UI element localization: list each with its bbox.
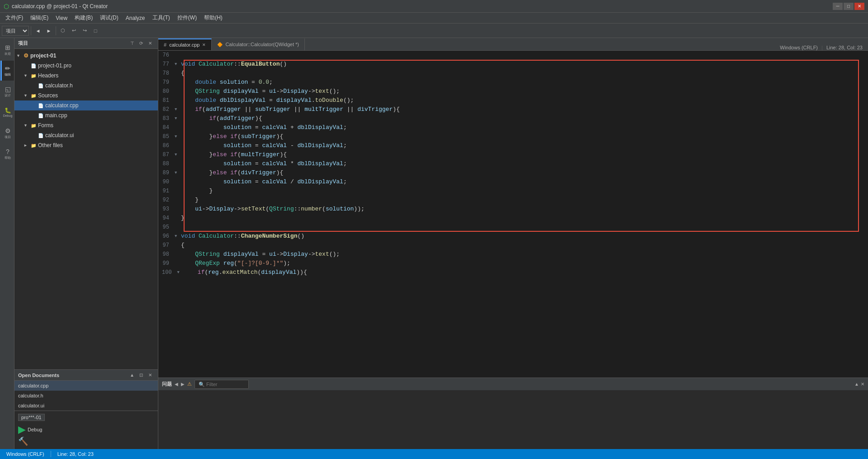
tab-close-1[interactable]: ✕: [202, 43, 206, 47]
sidebar-item-edit[interactable]: ✏ 编辑: [0, 61, 14, 81]
panel-header: 项目 ⊤ ⟳ ✕: [14, 38, 158, 49]
panel-sync-btn[interactable]: ⟳: [137, 39, 145, 48]
code-line-76[interactable]: 76: [158, 51, 868, 60]
menu-item-tools[interactable]: 工具(T): [149, 13, 174, 23]
open-docs-split-btn[interactable]: ⊡: [137, 371, 145, 379]
menu-item-view[interactable]: View: [52, 14, 71, 22]
tree-item-project01pro[interactable]: 📄 project-01.pro: [14, 61, 158, 71]
tree-item-calculator-cpp[interactable]: 📄 calculator.cpp: [14, 100, 158, 110]
tree-item-main-cpp[interactable]: 📄 main.cpp: [14, 110, 158, 120]
code-line-83[interactable]: 83 ▼ if(addTrigger){: [158, 114, 868, 123]
line-content-90: solution = calcVal / dblDisplayVal;: [181, 177, 347, 186]
close-button[interactable]: ✕: [854, 3, 864, 10]
app-icon: ⬡: [4, 3, 9, 10]
code-editor[interactable]: 76 77 ▼ void Calculator::EqualButton() 7…: [158, 51, 868, 378]
code-line-81[interactable]: 81 double dblDisplayVal = displayVal.toD…: [158, 96, 868, 105]
tree-item-sources[interactable]: ▼ 📁 Sources: [14, 91, 158, 100]
project-selector[interactable]: 项目: [2, 26, 29, 36]
fold-89[interactable]: ▼: [175, 168, 181, 177]
line-num-98: 98: [158, 250, 175, 259]
minimize-button[interactable]: ─: [833, 3, 843, 10]
panel-close-btn[interactable]: ✕: [146, 39, 154, 48]
menu-item-controls[interactable]: 控件(W): [174, 13, 200, 23]
code-line-85[interactable]: 85 ▼ }else if(subTrigger){: [158, 132, 868, 141]
code-line-79[interactable]: 79 double solution = 0.0;: [158, 78, 868, 87]
sidebar-item-design[interactable]: ◱ 设计: [0, 81, 14, 101]
code-line-80[interactable]: 80 QString displayVal = ui->Display->tex…: [158, 87, 868, 96]
sidebar-item-help[interactable]: ? 帮助: [0, 144, 14, 164]
open-docs-up-btn[interactable]: ▲: [128, 371, 136, 379]
sidebar-item-welcome[interactable]: ⊞ 欢迎: [0, 40, 14, 60]
code-line-78[interactable]: 78 {: [158, 69, 868, 78]
fold-77[interactable]: ▼: [175, 60, 181, 69]
tree-item-calculator-h[interactable]: 📄 calculator.h: [14, 81, 158, 91]
toolbar-btn-2[interactable]: ↩: [69, 26, 79, 36]
tab-navigator[interactable]: 🔶 Calculator::Calculator(QWidget *): [212, 38, 305, 50]
run-button[interactable]: ▶: [18, 424, 26, 435]
code-line-98[interactable]: 98 QString displayVal = ui->Display->tex…: [158, 250, 868, 259]
fold-96[interactable]: ▼: [175, 232, 181, 241]
code-line-87[interactable]: 87 ▼ }else if(multTrigger){: [158, 150, 868, 159]
issues-nav-prev[interactable]: ◀: [175, 382, 178, 387]
maximize-button[interactable]: □: [844, 3, 854, 10]
menu-item-edit[interactable]: 编辑(E): [27, 13, 52, 23]
build-button[interactable]: 🔨: [18, 436, 28, 446]
code-line-95[interactable]: 95: [158, 223, 868, 232]
tree-item-calculator-ui[interactable]: 📄 calculator.ui: [14, 130, 158, 140]
issues-expand-btn[interactable]: ▲: [854, 382, 859, 387]
code-line-91[interactable]: 91 }: [158, 186, 868, 196]
code-line-93[interactable]: 93 ui->Display->setText(QString::number(…: [158, 205, 868, 214]
line-content-86: solution = calcVal - dblDisplayVal;: [181, 141, 347, 150]
toolbar-btn-4[interactable]: □: [90, 26, 100, 36]
tree-item-forms[interactable]: ▼ 📁 Forms: [14, 120, 158, 130]
title-text: calculator.cpp @ project-01 - Qt Creator: [12, 3, 108, 10]
open-doc-item-calculator-cpp[interactable]: calculator.cpp: [14, 381, 158, 391]
menu-item-analyze[interactable]: Analyze: [122, 14, 149, 22]
line-num-80: 80: [158, 87, 175, 96]
code-line-89[interactable]: 89 ▼ }else if(divTrigger){: [158, 168, 868, 177]
menu-item-help[interactable]: 帮助(H): [200, 13, 226, 23]
issues-filter-input[interactable]: [194, 380, 249, 389]
code-line-77[interactable]: 77 ▼ void Calculator::EqualButton(): [158, 60, 868, 69]
panel-filter-btn[interactable]: ⊤: [128, 39, 136, 48]
fold-85[interactable]: ▼: [175, 132, 181, 141]
tree-item-other-files[interactable]: ► 📁 Other files: [14, 140, 158, 150]
fold-87[interactable]: ▼: [175, 150, 181, 159]
fold-82[interactable]: ▼: [175, 105, 181, 114]
code-line-82[interactable]: 82 ▼ if(addTrigger || subTrigger || mult…: [158, 105, 868, 114]
code-line-100[interactable]: 100 ▼ if(reg.exactMatch(displayVal)){: [158, 268, 868, 277]
code-line-99[interactable]: 99 QRegExp reg("[-]?[0-9.]*");: [158, 259, 868, 268]
code-line-90[interactable]: 90 solution = calcVal / dblDisplayVal;: [158, 177, 868, 186]
open-doc-item-calculator-h[interactable]: calculator.h: [14, 391, 158, 401]
menu-item-debug[interactable]: 调试(D): [96, 13, 122, 23]
fold-100[interactable]: ▼: [177, 268, 184, 277]
menu-item-build[interactable]: 构建(B): [71, 13, 96, 23]
issues-close-btn[interactable]: ✕: [861, 382, 864, 387]
line-content-96: void Calculator::ChangeNumberSign(): [181, 232, 304, 241]
code-line-88[interactable]: 88 solution = calcVal * dblDisplayVal;: [158, 159, 868, 168]
tree-view[interactable]: ▼ ⚙ project-01 📄 project-01.pro ▼ 📁 Head…: [14, 49, 158, 369]
code-line-84[interactable]: 84 solution = calcVal + dblDisplayVal;: [158, 123, 868, 132]
issues-nav-next[interactable]: ▶: [181, 382, 185, 387]
open-docs-close-btn[interactable]: ✕: [146, 371, 154, 379]
sidebar-item-debug[interactable]: 🐛 Debug: [0, 102, 14, 122]
menu-item-file[interactable]: 文件(F): [2, 13, 27, 23]
code-line-92[interactable]: 92 }: [158, 196, 868, 205]
toolbar-btn-1[interactable]: ⬡: [58, 26, 68, 36]
sidebar-item-project[interactable]: ⚙ 项目: [0, 123, 14, 143]
open-doc-item-calculator-ui[interactable]: calculator.ui: [14, 401, 158, 411]
tree-item-headers[interactable]: ▼ 📁 Headers: [14, 71, 158, 81]
tree-root-project01[interactable]: ▼ ⚙ project-01: [14, 51, 158, 61]
code-line-94[interactable]: 94 }: [158, 214, 868, 223]
code-line-86[interactable]: 86 solution = calcVal - dblDisplayVal;: [158, 141, 868, 150]
toolbar-btn-3[interactable]: ↪: [80, 26, 90, 36]
nav-forward-button[interactable]: ►: [44, 26, 54, 36]
fold-83[interactable]: ▼: [175, 114, 181, 123]
tab-calculator-cpp[interactable]: # calculator.cpp ✕: [158, 38, 212, 50]
design-label: 设计: [5, 93, 11, 98]
code-line-97[interactable]: 97 {: [158, 241, 868, 250]
tab-name-2: Calculator::Calculator(QWidget *): [225, 42, 299, 47]
help-label: 帮助: [5, 156, 11, 160]
code-line-96[interactable]: 96 ▼ void Calculator::ChangeNumberSign(): [158, 232, 868, 241]
nav-back-button[interactable]: ◄: [33, 26, 43, 36]
